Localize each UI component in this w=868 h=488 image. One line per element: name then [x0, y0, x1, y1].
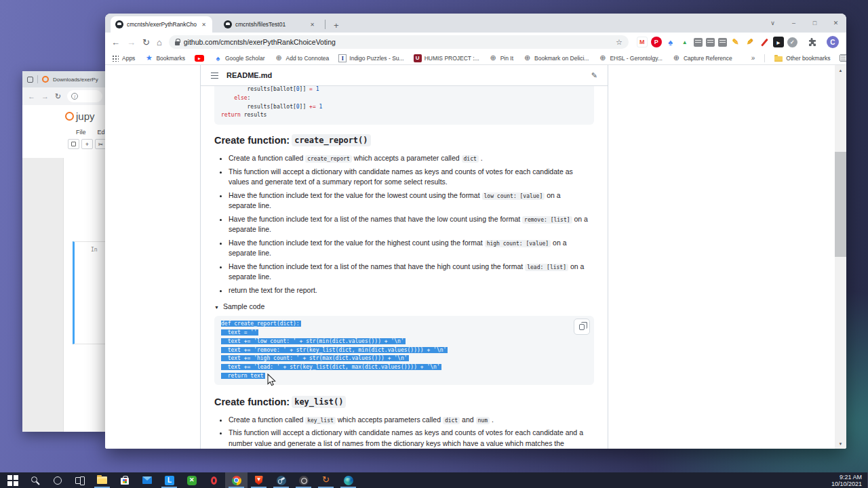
mouse-cursor: [267, 373, 277, 387]
bookmark-item[interactable]: Reading list: [840, 54, 846, 62]
pencil-extension-icon[interactable]: ✎: [730, 37, 741, 47]
sample-code-toggle[interactable]: Sample code: [214, 302, 594, 310]
taskbar-cortana[interactable]: [46, 472, 68, 488]
back-icon[interactable]: ←: [28, 92, 35, 100]
taskbar-start[interactable]: [1, 472, 24, 488]
back-icon[interactable]: ←: [111, 37, 120, 47]
close-button[interactable]: ✕: [825, 14, 846, 33]
red-pen-extension-icon[interactable]: [759, 37, 770, 47]
page-scrollbar[interactable]: ▲ ▼: [835, 65, 846, 449]
inline-code: dict: [462, 155, 479, 163]
bookmark-item[interactable]: ⊕Capture Reference: [672, 54, 732, 62]
bookmarks-overflow-icon[interactable]: »: [751, 54, 755, 62]
tab-active[interactable]: cmcntsh/exerPythRankChoiceVoting ✕: [111, 16, 212, 33]
taskbar-sync[interactable]: [315, 472, 337, 488]
tab-inactive[interactable]: cmcntsh/filesTest01 ✕: [219, 16, 321, 33]
check-circle-extension-icon[interactable]: ✓: [787, 37, 797, 47]
bookmark-item[interactable]: ♠Google Scholar: [214, 54, 265, 62]
url-text[interactable]: github.com/cmcntsh/exerPythRankChoiceVot…: [184, 38, 612, 46]
bookmark-label: Other bookmarks: [786, 55, 830, 62]
taskbar-edge[interactable]: [337, 472, 359, 488]
new-tab-button[interactable]: +: [330, 20, 343, 30]
gmail-extension-icon[interactable]: M: [637, 37, 648, 47]
jupyter-tab-title[interactable]: Downloads/exerPy: [53, 77, 98, 83]
bookmark-label: HUMIS PROJECT :...: [425, 55, 479, 62]
page-viewport: README.md ✎ results[ballot[0]] = 1 else:…: [105, 65, 846, 449]
scroll-down-icon[interactable]: ▼: [835, 439, 846, 449]
tab-close-icon[interactable]: ✕: [200, 22, 208, 28]
reload-icon[interactable]: ↻: [142, 37, 150, 47]
maximize-button[interactable]: □: [804, 14, 825, 33]
capture-tool-2-extension-icon[interactable]: [706, 38, 715, 47]
browser-window-icon: [27, 77, 33, 83]
taskbar-search[interactable]: [24, 472, 46, 488]
edit-pencil-icon[interactable]: ✎: [591, 71, 597, 80]
globe-icon: ⊕: [523, 54, 532, 62]
scholar-caret-extension-icon[interactable]: ▲: [679, 37, 690, 47]
bookmark-item[interactable]: ⊕Pin It: [489, 54, 513, 62]
copy-button[interactable]: [574, 319, 590, 335]
taskbar-obs[interactable]: [292, 472, 315, 488]
background-window-jupyter[interactable]: Downloads/exerPy ← → ↻ i jupy File Ed + …: [22, 71, 106, 432]
pinterest-extension-icon[interactable]: P: [651, 37, 662, 47]
copy-icon: [579, 324, 585, 330]
profile-avatar[interactable]: C: [827, 36, 839, 48]
readme-bullet: return the text for the report.: [229, 285, 589, 296]
taskbar-steam[interactable]: [270, 472, 292, 488]
taskbar-clock[interactable]: 9:21 AM 10/10/2021: [831, 472, 867, 488]
bookmark-item[interactable]: ⊕Add to Connotea: [274, 54, 329, 62]
indigo-i-icon: I: [338, 54, 347, 62]
tab-search-icon[interactable]: ∨: [762, 14, 783, 33]
forward-icon[interactable]: →: [127, 37, 136, 47]
taskbar-task-view[interactable]: [68, 472, 91, 488]
capture-tool-3-extension-icon[interactable]: [718, 38, 727, 47]
taskbar-brave[interactable]: [248, 472, 270, 488]
bullet-list: Create a function called key_list which …: [214, 415, 589, 449]
scrollbar-thumb[interactable]: [835, 152, 846, 257]
tab-title: cmcntsh/filesTest01: [235, 21, 305, 28]
readme-bullet: Create a function called create_report w…: [229, 153, 589, 164]
taskbar-file-explorer[interactable]: [91, 472, 113, 488]
bookmark-item[interactable]: IIndigo Puzzles - Su...: [338, 54, 403, 62]
cut-cell-button[interactable]: ✂: [95, 139, 106, 149]
menu-file[interactable]: File: [76, 129, 86, 136]
jupyter-address-box[interactable]: i: [67, 90, 102, 102]
capture-tool-1-extension-icon[interactable]: [694, 38, 703, 47]
bookmark-item[interactable]: Apps: [112, 55, 135, 62]
taskbar-chrome[interactable]: [225, 472, 248, 488]
bookmark-item[interactable]: ▶: [195, 55, 204, 62]
bookmark-item[interactable]: Other bookmarks: [774, 54, 830, 62]
tab-close-icon[interactable]: ✕: [309, 22, 316, 28]
save-button[interactable]: [68, 139, 79, 149]
address-bar[interactable]: github.com/cmcntsh/exerPythRankChoiceVot…: [169, 35, 629, 49]
add-cell-button[interactable]: +: [81, 139, 93, 149]
menu-edit[interactable]: Ed: [98, 129, 105, 136]
inline-code: dict: [443, 417, 460, 424]
divider: [37, 75, 38, 83]
scroll-up-icon[interactable]: ▲: [835, 65, 846, 75]
bookmark-item[interactable]: ⊕Bookmark on Delici...: [523, 54, 589, 62]
heading-text: Create function:: [214, 135, 290, 146]
minimize-button[interactable]: –: [783, 14, 804, 33]
notebook-cell[interactable]: In: [73, 241, 106, 344]
extensions-menu-icon[interactable]: [807, 37, 816, 47]
bookmark-star-icon[interactable]: ☆: [616, 38, 623, 47]
taskbar-l-app[interactable]: [158, 472, 180, 488]
forward-icon[interactable]: →: [41, 92, 49, 100]
sample-code-label: Sample code: [223, 302, 264, 310]
bookmark-item[interactable]: ⊕EHSL - Gerontolgy...: [598, 54, 662, 62]
taskbar-opera[interactable]: [203, 472, 225, 488]
video-play-extension-icon[interactable]: ▶: [773, 37, 784, 47]
spade-blue-icon: ♠: [214, 54, 222, 62]
bookmark-item[interactable]: UHUMIS PROJECT :...: [414, 54, 479, 62]
bookmark-item[interactable]: ★Bookmarks: [144, 54, 185, 62]
taskbar-store[interactable]: [113, 472, 136, 488]
table-of-contents-icon[interactable]: [211, 73, 218, 79]
reload-icon[interactable]: ↻: [55, 92, 61, 101]
home-icon[interactable]: ⌂: [157, 37, 162, 47]
highlighter-extension-icon[interactable]: ✎: [745, 37, 755, 47]
github-favicon: [115, 20, 123, 28]
taskbar-mail[interactable]: [136, 472, 158, 488]
connotea-spade-extension-icon[interactable]: ♠: [665, 37, 676, 47]
taskbar-xbox[interactable]: [180, 472, 203, 488]
